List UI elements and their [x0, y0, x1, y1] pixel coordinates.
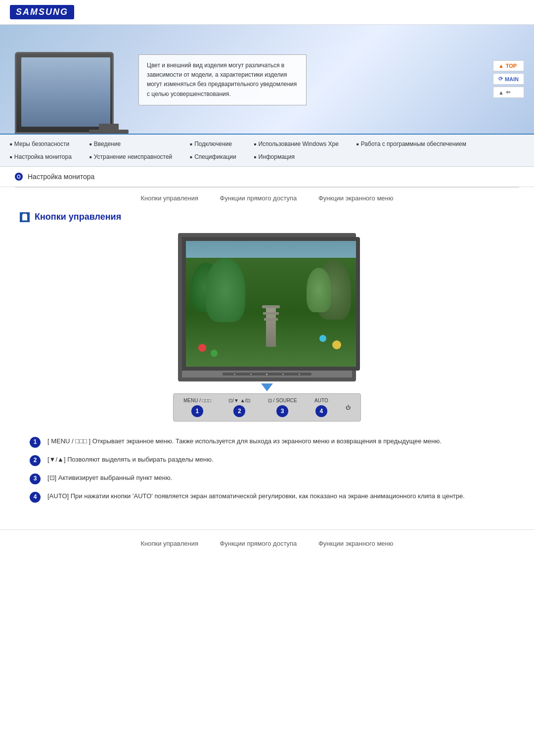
- main-button[interactable]: ⟳ MAIN: [493, 73, 524, 85]
- main-icon: ⟳: [498, 76, 503, 82]
- section-title-area: Кнопки управления: [0, 206, 534, 228]
- back-button[interactable]: ▲ ⇦: [493, 87, 524, 98]
- btn-label-4: AUTO: [314, 398, 328, 403]
- nav-col-4: Использование Windows Xpe Информация: [254, 139, 356, 162]
- header: SAMSUNG: [0, 0, 534, 25]
- dot-active: [266, 374, 267, 375]
- btn-label-2: ⊡/▼ ▲/⊡: [228, 398, 250, 403]
- btn-label-power: ⏻: [346, 405, 351, 410]
- pagoda: [266, 307, 276, 347]
- pagoda-roof-3: [264, 318, 278, 321]
- tab-controls[interactable]: Кнопки управления: [140, 194, 198, 202]
- top-arrow-icon: ▲: [498, 63, 504, 69]
- instruction-item-2: 2 [▼/▲] Позволяют выделять и выбирать ра…: [30, 455, 504, 466]
- banner-notice-text: Цвет и внешний вид изделия могут различа…: [147, 62, 297, 97]
- btn-group-power: ⏻: [346, 405, 351, 410]
- controls-indicator: [222, 373, 312, 376]
- nav-item-connect[interactable]: Подключение: [190, 139, 244, 149]
- nav-col-5: Работа с программным обеспечением: [356, 139, 484, 162]
- banner-nav-buttons: ▲ TOP ⟳ MAIN ▲ ⇦: [493, 60, 524, 98]
- tab-direct[interactable]: Функции прямого доступа: [220, 194, 297, 202]
- nav-col-3: Подключение Спецификации: [190, 139, 254, 162]
- nav-menu: Меры безопасности Настройка монитора Вве…: [0, 134, 534, 167]
- arrow-down: [168, 383, 366, 391]
- demo-monitor-frame: [178, 233, 356, 381]
- btn-label-1: MENU / □□□: [183, 398, 211, 403]
- nav-item-intro[interactable]: Введение: [89, 139, 180, 149]
- breadcrumb-text: Настройка монитора: [28, 173, 94, 181]
- instruction-item-3: 3 [⊡] Активизирует выбранный пункт меню.: [30, 473, 504, 484]
- monitor-control-bar: [182, 371, 352, 378]
- nav-item-settings[interactable]: Настройка монитора: [10, 151, 80, 162]
- nav-col-2: Введение Устранение неисправностей: [89, 139, 190, 162]
- btn-num-1: 1: [191, 405, 203, 417]
- nav-item-specs[interactable]: Спецификации: [190, 151, 244, 162]
- bottom-tab-controls[interactable]: Кнопки управления: [140, 540, 198, 547]
- nav-item-software[interactable]: Работа с программным обеспечением: [356, 139, 474, 149]
- instruction-num-2: 2: [30, 455, 41, 466]
- nav-col-1: Меры безопасности Настройка монитора: [10, 139, 89, 162]
- bottom-tab-osd[interactable]: Функции экранного меню: [318, 540, 394, 547]
- btn-group-1: MENU / □□□ 1: [183, 398, 211, 417]
- bottom-tab-direct[interactable]: Функции прямого доступа: [220, 540, 297, 547]
- section-icon: [20, 212, 30, 222]
- nav-item-troubleshoot[interactable]: Устранение неисправностей: [89, 151, 180, 162]
- top-button[interactable]: ▲ TOP: [493, 60, 524, 71]
- tab-osd[interactable]: Функции экранного меню: [318, 194, 394, 202]
- back-arrow-icon: ▲: [498, 90, 504, 95]
- monitor-illustration: [15, 52, 114, 134]
- btn-label-3: ⊡ / SOURCE: [268, 398, 297, 403]
- instruction-text-3: [⊡] Активизирует выбранный пункт меню.: [47, 473, 172, 483]
- nav-item-safety[interactable]: Меры безопасности: [10, 139, 80, 149]
- dot-4: [299, 374, 300, 375]
- garden-trees: [186, 258, 356, 367]
- bottom-tab-navigation: Кнопки управления Функции прямого доступ…: [0, 529, 534, 554]
- instruction-text-1: [ MENU / □□□ ] Открывает экранное меню. …: [47, 436, 442, 447]
- btn-num-2: 2: [233, 405, 245, 417]
- section-icon-shape: [22, 214, 27, 221]
- monitor-demo-area: MENU / □□□ 1 ⊡/▼ ▲/⊡ 2 ⊡ / SOURCE 3 AUTO…: [0, 233, 534, 422]
- demo-screen: [182, 237, 360, 371]
- nav-item-winxp[interactable]: Использование Windows Xpe: [254, 139, 347, 149]
- banner-notice: Цвет и внешний вид изделия могут различа…: [138, 54, 307, 105]
- instruction-item-1: 1 [ MENU / □□□ ] Открывает экранное меню…: [30, 436, 504, 448]
- tab-navigation: Кнопки управления Функции прямого доступ…: [0, 188, 534, 206]
- monitor-base: [89, 130, 129, 134]
- monitor-screen-preview: [21, 57, 110, 127]
- dot-1: [234, 374, 235, 375]
- flower-red: [198, 344, 206, 352]
- btn-group-2: ⊡/▼ ▲/⊡ 2: [228, 398, 250, 417]
- btn-group-4: AUTO 4: [314, 398, 328, 417]
- instruction-text-4: [AUTO] При нажатии кнопки 'AUTO' появляе…: [47, 491, 465, 502]
- monitor-demo-container: MENU / □□□ 1 ⊡/▼ ▲/⊡ 2 ⊡ / SOURCE 3 AUTO…: [168, 233, 366, 422]
- btn-num-3: 3: [276, 405, 288, 417]
- instruction-num-3: 3: [30, 473, 41, 484]
- monitor-buttons-row: MENU / □□□ 1 ⊡/▼ ▲/⊡ 2 ⊡ / SOURCE 3 AUTO…: [173, 393, 361, 422]
- banner: Цвет и внешний вид изделия могут различа…: [0, 25, 534, 134]
- btn-num-4: 4: [315, 405, 327, 417]
- instruction-text-2: [▼/▲] Позволяют выделять и выбирать разд…: [47, 455, 214, 465]
- instruction-item-4: 4 [AUTO] При нажатии кнопки 'AUTO' появл…: [30, 491, 504, 503]
- btn-group-3: ⊡ / SOURCE 3: [268, 398, 297, 417]
- section-title-text: Кнопки управления: [35, 212, 121, 222]
- tree-4: [307, 268, 331, 312]
- page-indicator-icon: O: [15, 173, 23, 181]
- arrow-down-shape: [261, 383, 273, 391]
- instruction-num-1: 1: [30, 437, 41, 448]
- dot-2: [250, 374, 252, 375]
- flower-blue: [319, 335, 326, 342]
- pagoda-roof-1: [262, 305, 280, 308]
- flower-green: [211, 350, 218, 357]
- flower-yellow: [332, 340, 341, 349]
- nav-item-info[interactable]: Информация: [254, 151, 347, 162]
- page-indicator: O Настройка монитора: [0, 167, 534, 187]
- pagoda-roof-2: [263, 312, 279, 315]
- tree-2: [206, 258, 245, 322]
- instructions-list: 1 [ MENU / □□□ ] Открывает экранное меню…: [0, 431, 534, 520]
- instruction-num-4: 4: [30, 492, 41, 503]
- samsung-logo: SAMSUNG: [10, 5, 74, 19]
- dot-3: [282, 374, 284, 375]
